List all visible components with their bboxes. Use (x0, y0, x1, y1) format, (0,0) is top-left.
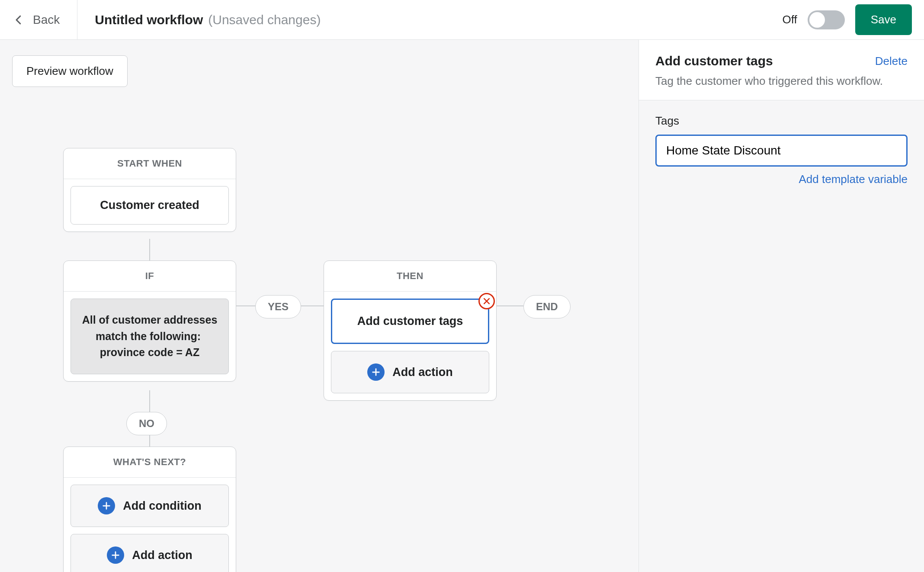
add-action-label: Add action (392, 366, 453, 379)
trigger-card: START WHEN Customer created (63, 148, 236, 232)
add-condition-label: Add condition (123, 499, 201, 513)
trigger-header: START WHEN (64, 148, 236, 179)
branch-no: NO (126, 412, 167, 435)
add-action-button-next[interactable]: Add action (71, 534, 229, 572)
action-sidebar: Add customer tags Delete Tag the custome… (638, 40, 924, 572)
top-header: Back Untitled workflow (Unsaved changes)… (0, 0, 924, 40)
workflow-title: Untitled workflow (95, 13, 203, 27)
delete-action-link[interactable]: Delete (875, 55, 908, 68)
then-header: THEN (324, 261, 496, 292)
main: Preview workflow START WHEN Customer cre… (0, 40, 924, 572)
add-action-button-then[interactable]: Add action (331, 351, 489, 393)
back-button[interactable]: Back (12, 0, 77, 39)
then-card: THEN Add customer tags (324, 260, 497, 401)
header-right: Off Save (783, 4, 912, 35)
whats-next-header: WHAT'S NEXT? (64, 447, 236, 478)
add-condition-button[interactable]: Add condition (71, 485, 229, 527)
unsaved-indicator: (Unsaved changes) (208, 13, 321, 27)
plus-icon (98, 497, 115, 514)
branch-end: END (523, 295, 571, 318)
add-template-variable-link[interactable]: Add template variable (655, 173, 908, 186)
preview-workflow-button[interactable]: Preview workflow (12, 55, 128, 87)
save-button[interactable]: Save (855, 4, 912, 35)
sidebar-title: Add customer tags (655, 54, 773, 68)
condition-node[interactable]: All of customer addresses match the foll… (71, 299, 229, 374)
close-icon (482, 297, 491, 305)
remove-action-button[interactable] (478, 293, 495, 309)
sidebar-header: Add customer tags Delete Tag the custome… (639, 40, 924, 100)
workflow-canvas[interactable]: Preview workflow START WHEN Customer cre… (0, 40, 638, 572)
tags-input[interactable] (655, 135, 908, 167)
sidebar-body: Tags Add template variable (639, 100, 924, 572)
enable-toggle[interactable] (808, 10, 845, 29)
if-header: IF (64, 261, 236, 292)
arrow-left-icon (12, 13, 25, 26)
sidebar-subtitle: Tag the customer who triggered this work… (655, 74, 908, 88)
whats-next-card: WHAT'S NEXT? Add condition Add action (63, 447, 236, 572)
back-label: Back (33, 13, 60, 27)
branch-yes: YES (255, 295, 301, 318)
toggle-label: Off (783, 13, 797, 26)
action-node-label: Add customer tags (357, 315, 463, 328)
node-area: START WHEN Customer created IF All of cu… (12, 87, 609, 572)
if-card: IF All of customer addresses match the f… (63, 260, 236, 382)
tags-field-label: Tags (655, 114, 908, 128)
action-node[interactable]: Add customer tags (331, 299, 489, 344)
add-action-label: Add action (132, 549, 192, 562)
plus-icon (367, 363, 385, 381)
title-wrap: Untitled workflow (Unsaved changes) (77, 13, 321, 27)
trigger-node[interactable]: Customer created (71, 186, 229, 225)
plus-icon (107, 546, 124, 564)
